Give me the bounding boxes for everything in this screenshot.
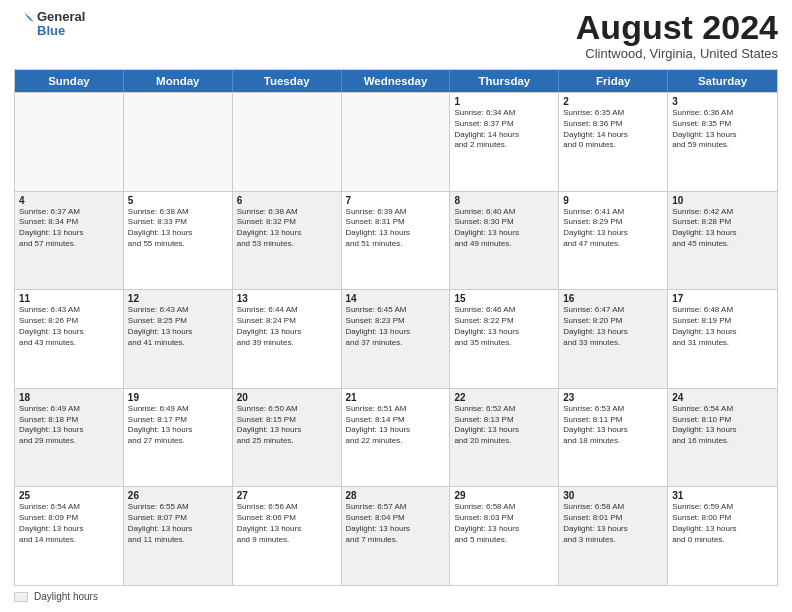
legend-box	[14, 592, 28, 602]
day-number: 28	[346, 490, 446, 501]
calendar-body: 1Sunrise: 6:34 AM Sunset: 8:37 PM Daylig…	[15, 92, 777, 585]
location-subtitle: Clintwood, Virginia, United States	[576, 46, 778, 61]
header-thursday: Thursday	[450, 70, 559, 92]
logo: General Blue	[14, 10, 85, 39]
week-row-2: 4Sunrise: 6:37 AM Sunset: 8:34 PM Daylig…	[15, 191, 777, 290]
cal-cell-w1-d2	[124, 93, 233, 191]
cal-cell-w3-d7: 17Sunrise: 6:48 AM Sunset: 8:19 PM Dayli…	[668, 290, 777, 388]
week-row-4: 18Sunrise: 6:49 AM Sunset: 8:18 PM Dayli…	[15, 388, 777, 487]
cal-cell-w2-d3: 6Sunrise: 6:38 AM Sunset: 8:32 PM Daylig…	[233, 192, 342, 290]
cell-info: Sunrise: 6:51 AM Sunset: 8:14 PM Dayligh…	[346, 404, 446, 447]
cell-info: Sunrise: 6:43 AM Sunset: 8:25 PM Dayligh…	[128, 305, 228, 348]
cal-cell-w2-d5: 8Sunrise: 6:40 AM Sunset: 8:30 PM Daylig…	[450, 192, 559, 290]
cal-cell-w2-d4: 7Sunrise: 6:39 AM Sunset: 8:31 PM Daylig…	[342, 192, 451, 290]
header: General Blue August 2024 Clintwood, Virg…	[14, 10, 778, 61]
header-tuesday: Tuesday	[233, 70, 342, 92]
cell-info: Sunrise: 6:55 AM Sunset: 8:07 PM Dayligh…	[128, 502, 228, 545]
cell-info: Sunrise: 6:35 AM Sunset: 8:36 PM Dayligh…	[563, 108, 663, 151]
cell-info: Sunrise: 6:56 AM Sunset: 8:06 PM Dayligh…	[237, 502, 337, 545]
day-number: 23	[563, 392, 663, 403]
cal-cell-w4-d1: 18Sunrise: 6:49 AM Sunset: 8:18 PM Dayli…	[15, 389, 124, 487]
cell-info: Sunrise: 6:46 AM Sunset: 8:22 PM Dayligh…	[454, 305, 554, 348]
cal-cell-w4-d2: 19Sunrise: 6:49 AM Sunset: 8:17 PM Dayli…	[124, 389, 233, 487]
day-number: 26	[128, 490, 228, 501]
cal-cell-w1-d6: 2Sunrise: 6:35 AM Sunset: 8:36 PM Daylig…	[559, 93, 668, 191]
cal-cell-w1-d7: 3Sunrise: 6:36 AM Sunset: 8:35 PM Daylig…	[668, 93, 777, 191]
cal-cell-w2-d6: 9Sunrise: 6:41 AM Sunset: 8:29 PM Daylig…	[559, 192, 668, 290]
cal-cell-w1-d5: 1Sunrise: 6:34 AM Sunset: 8:37 PM Daylig…	[450, 93, 559, 191]
cell-info: Sunrise: 6:42 AM Sunset: 8:28 PM Dayligh…	[672, 207, 773, 250]
day-number: 5	[128, 195, 228, 206]
day-number: 18	[19, 392, 119, 403]
day-number: 9	[563, 195, 663, 206]
cell-info: Sunrise: 6:40 AM Sunset: 8:30 PM Dayligh…	[454, 207, 554, 250]
cell-info: Sunrise: 6:39 AM Sunset: 8:31 PM Dayligh…	[346, 207, 446, 250]
cell-info: Sunrise: 6:41 AM Sunset: 8:29 PM Dayligh…	[563, 207, 663, 250]
cell-info: Sunrise: 6:52 AM Sunset: 8:13 PM Dayligh…	[454, 404, 554, 447]
day-number: 3	[672, 96, 773, 107]
day-number: 13	[237, 293, 337, 304]
legend: Daylight hours	[14, 591, 778, 602]
title-block: August 2024 Clintwood, Virginia, United …	[576, 10, 778, 61]
cell-info: Sunrise: 6:50 AM Sunset: 8:15 PM Dayligh…	[237, 404, 337, 447]
cell-info: Sunrise: 6:47 AM Sunset: 8:20 PM Dayligh…	[563, 305, 663, 348]
day-number: 31	[672, 490, 773, 501]
logo-text: General Blue	[37, 10, 85, 39]
cell-info: Sunrise: 6:57 AM Sunset: 8:04 PM Dayligh…	[346, 502, 446, 545]
legend-label: Daylight hours	[34, 591, 98, 602]
cell-info: Sunrise: 6:43 AM Sunset: 8:26 PM Dayligh…	[19, 305, 119, 348]
cal-cell-w4-d5: 22Sunrise: 6:52 AM Sunset: 8:13 PM Dayli…	[450, 389, 559, 487]
cal-cell-w3-d2: 12Sunrise: 6:43 AM Sunset: 8:25 PM Dayli…	[124, 290, 233, 388]
cell-info: Sunrise: 6:58 AM Sunset: 8:03 PM Dayligh…	[454, 502, 554, 545]
cell-info: Sunrise: 6:37 AM Sunset: 8:34 PM Dayligh…	[19, 207, 119, 250]
day-number: 1	[454, 96, 554, 107]
cal-cell-w3-d1: 11Sunrise: 6:43 AM Sunset: 8:26 PM Dayli…	[15, 290, 124, 388]
cell-info: Sunrise: 6:59 AM Sunset: 8:00 PM Dayligh…	[672, 502, 773, 545]
day-number: 14	[346, 293, 446, 304]
cal-cell-w5-d3: 27Sunrise: 6:56 AM Sunset: 8:06 PM Dayli…	[233, 487, 342, 585]
cal-cell-w3-d5: 15Sunrise: 6:46 AM Sunset: 8:22 PM Dayli…	[450, 290, 559, 388]
cell-info: Sunrise: 6:53 AM Sunset: 8:11 PM Dayligh…	[563, 404, 663, 447]
cal-cell-w1-d4	[342, 93, 451, 191]
header-friday: Friday	[559, 70, 668, 92]
cal-cell-w5-d5: 29Sunrise: 6:58 AM Sunset: 8:03 PM Dayli…	[450, 487, 559, 585]
day-number: 11	[19, 293, 119, 304]
cell-info: Sunrise: 6:38 AM Sunset: 8:33 PM Dayligh…	[128, 207, 228, 250]
day-number: 24	[672, 392, 773, 403]
day-number: 8	[454, 195, 554, 206]
logo-general: General	[37, 10, 85, 24]
cell-info: Sunrise: 6:34 AM Sunset: 8:37 PM Dayligh…	[454, 108, 554, 151]
day-number: 22	[454, 392, 554, 403]
cell-info: Sunrise: 6:45 AM Sunset: 8:23 PM Dayligh…	[346, 305, 446, 348]
cal-cell-w3-d4: 14Sunrise: 6:45 AM Sunset: 8:23 PM Dayli…	[342, 290, 451, 388]
header-sunday: Sunday	[15, 70, 124, 92]
cal-cell-w3-d6: 16Sunrise: 6:47 AM Sunset: 8:20 PM Dayli…	[559, 290, 668, 388]
cal-cell-w4-d6: 23Sunrise: 6:53 AM Sunset: 8:11 PM Dayli…	[559, 389, 668, 487]
day-number: 4	[19, 195, 119, 206]
cal-cell-w2-d2: 5Sunrise: 6:38 AM Sunset: 8:33 PM Daylig…	[124, 192, 233, 290]
day-number: 10	[672, 195, 773, 206]
day-number: 19	[128, 392, 228, 403]
week-row-3: 11Sunrise: 6:43 AM Sunset: 8:26 PM Dayli…	[15, 289, 777, 388]
header-wednesday: Wednesday	[342, 70, 451, 92]
cal-cell-w4-d3: 20Sunrise: 6:50 AM Sunset: 8:15 PM Dayli…	[233, 389, 342, 487]
page-title: August 2024	[576, 10, 778, 44]
calendar: Sunday Monday Tuesday Wednesday Thursday…	[14, 69, 778, 586]
svg-marker-1	[27, 15, 34, 22]
day-number: 20	[237, 392, 337, 403]
cal-cell-w2-d7: 10Sunrise: 6:42 AM Sunset: 8:28 PM Dayli…	[668, 192, 777, 290]
day-number: 7	[346, 195, 446, 206]
day-number: 2	[563, 96, 663, 107]
week-row-1: 1Sunrise: 6:34 AM Sunset: 8:37 PM Daylig…	[15, 92, 777, 191]
cal-cell-w5-d2: 26Sunrise: 6:55 AM Sunset: 8:07 PM Dayli…	[124, 487, 233, 585]
cell-info: Sunrise: 6:54 AM Sunset: 8:10 PM Dayligh…	[672, 404, 773, 447]
calendar-header: Sunday Monday Tuesday Wednesday Thursday…	[15, 70, 777, 92]
cal-cell-w1-d1	[15, 93, 124, 191]
cal-cell-w4-d4: 21Sunrise: 6:51 AM Sunset: 8:14 PM Dayli…	[342, 389, 451, 487]
week-row-5: 25Sunrise: 6:54 AM Sunset: 8:09 PM Dayli…	[15, 486, 777, 585]
logo-bird-icon	[14, 10, 34, 38]
cal-cell-w3-d3: 13Sunrise: 6:44 AM Sunset: 8:24 PM Dayli…	[233, 290, 342, 388]
header-monday: Monday	[124, 70, 233, 92]
cal-cell-w1-d3	[233, 93, 342, 191]
cal-cell-w2-d1: 4Sunrise: 6:37 AM Sunset: 8:34 PM Daylig…	[15, 192, 124, 290]
